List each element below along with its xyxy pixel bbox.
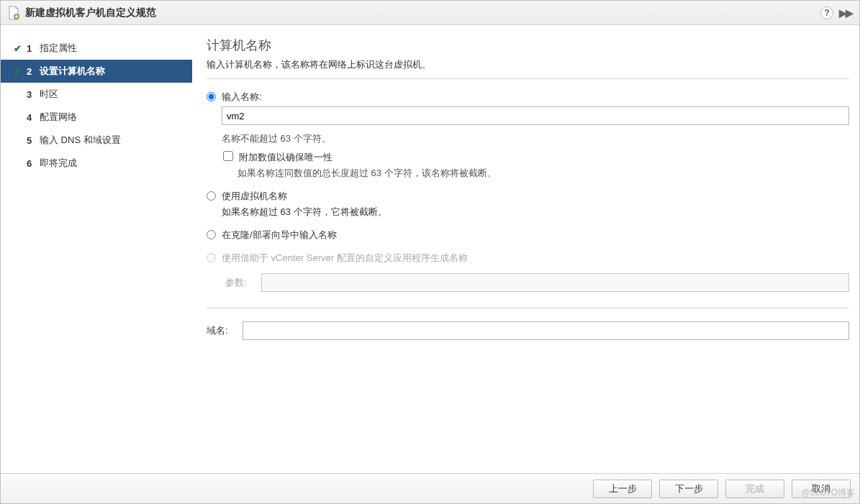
- finish-button: 完成: [725, 480, 784, 498]
- vcenter-param-row: 参数:: [207, 273, 849, 292]
- name-limit-note: 名称不能超过 63 个字符。: [222, 132, 849, 145]
- help-icon[interactable]: ?: [820, 6, 833, 19]
- divider: [207, 308, 849, 308]
- step-label: 设置计算机名称: [40, 65, 105, 78]
- vcenter-app-label: 使用借助于 vCenter Server 配置的自定义应用程序生成名称: [222, 252, 468, 263]
- wizard-steps-sidebar: ✔ 1 指定属性 ✔ 2 设置计算机名称 ✔ 3 时区 ✔ 4 配置网络 ✔ 5: [1, 25, 192, 473]
- section-title: 计算机名称: [207, 37, 849, 54]
- enter-in-wizard-label: 在克隆/部署向导中输入名称: [222, 229, 337, 240]
- radio-vcenter-app: [207, 253, 216, 262]
- domain-label: 域名:: [207, 324, 235, 337]
- wizard-body: ✔ 1 指定属性 ✔ 2 设置计算机名称 ✔ 3 时区 ✔ 4 配置网络 ✔ 5: [1, 25, 859, 473]
- domain-row: 域名:: [207, 321, 849, 340]
- section-subtitle: 输入计算机名称，该名称将在网络上标识这台虚拟机。: [207, 58, 849, 71]
- step-6-ready[interactable]: ✔ 6 即将完成: [1, 152, 192, 175]
- option-enter-name: 输入名称: 名称不能超过 63 个字符。 附加数值以确保唯一性 如果名称连同数值…: [207, 91, 849, 180]
- collapse-arrows-icon[interactable]: ▶▶: [839, 7, 852, 19]
- step-label: 即将完成: [40, 157, 77, 170]
- step-label: 输入 DNS 和域设置: [40, 134, 121, 147]
- check-icon: ✔: [14, 66, 27, 77]
- divider: [207, 78, 849, 79]
- step-1-properties[interactable]: ✔ 1 指定属性: [1, 37, 192, 60]
- computer-name-input[interactable]: [222, 106, 849, 125]
- cancel-button[interactable]: 取消: [792, 480, 851, 498]
- wizard-footer: 上一步 下一步 完成 取消: [1, 473, 859, 503]
- back-button[interactable]: 上一步: [593, 480, 652, 498]
- next-button[interactable]: 下一步: [659, 480, 718, 498]
- enter-name-label: 输入名称:: [222, 91, 262, 102]
- use-vm-name-label: 使用虚拟机名称: [222, 191, 287, 201]
- window-title: 新建虚拟机客户机自定义规范: [25, 6, 156, 19]
- check-icon: ✔: [14, 43, 27, 54]
- step-5-dns-domain[interactable]: ✔ 5 输入 DNS 和域设置: [1, 129, 192, 152]
- append-numeric-label: 附加数值以确保唯一性: [239, 151, 332, 164]
- titlebar-left: 新建虚拟机客户机自定义规范: [8, 6, 156, 20]
- option-enter-in-wizard: 在克隆/部署向导中输入名称: [207, 229, 849, 242]
- step-3-timezone[interactable]: ✔ 3 时区: [1, 83, 192, 106]
- param-label: 参数:: [225, 276, 254, 289]
- document-new-icon: [8, 6, 19, 20]
- append-numeric-note: 如果名称连同数值的总长度超过 63 个字符，该名称将被截断。: [237, 167, 849, 180]
- radio-enter-name[interactable]: [207, 92, 216, 101]
- step-2-computer-name[interactable]: ✔ 2 设置计算机名称: [1, 60, 192, 83]
- radio-use-vm-name[interactable]: [207, 191, 216, 201]
- domain-input[interactable]: [243, 321, 849, 340]
- radio-enter-in-wizard[interactable]: [207, 230, 216, 239]
- use-vm-name-note: 如果名称超过 63 个字符，它将被截断。: [222, 206, 849, 219]
- titlebar-right: ? ▶▶: [820, 6, 852, 19]
- step-label: 指定属性: [40, 42, 77, 55]
- append-numeric-checkbox[interactable]: [223, 151, 233, 161]
- titlebar: 新建虚拟机客户机自定义规范 ? ▶▶: [1, 1, 859, 25]
- param-input: [261, 273, 849, 292]
- wizard-content: 计算机名称 输入计算机名称，该名称将在网络上标识这台虚拟机。 输入名称: 名称不…: [192, 25, 859, 473]
- wizard-window: 新建虚拟机客户机自定义规范 ? ▶▶ ✔ 1 指定属性 ✔ 2 设置计算机名称 …: [0, 0, 860, 504]
- step-4-network[interactable]: ✔ 4 配置网络: [1, 106, 192, 129]
- step-label: 时区: [40, 88, 58, 101]
- option-use-vm-name: 使用虚拟机名称 如果名称超过 63 个字符，它将被截断。: [207, 190, 849, 219]
- step-label: 配置网络: [40, 111, 77, 124]
- option-vcenter-app: 使用借助于 vCenter Server 配置的自定义应用程序生成名称: [207, 252, 849, 265]
- append-numeric-row: 附加数值以确保唯一性: [222, 151, 849, 164]
